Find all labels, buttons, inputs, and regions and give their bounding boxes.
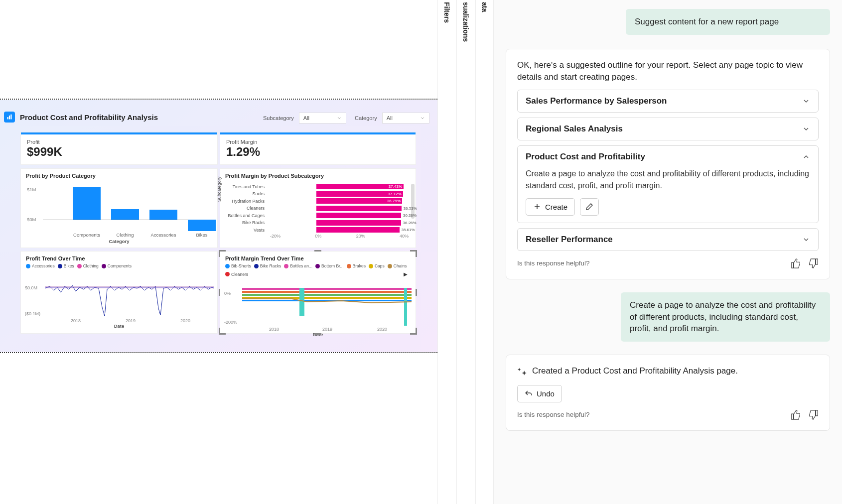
- pencil-icon: [585, 203, 593, 211]
- legend-item[interactable]: Clothing: [77, 263, 99, 268]
- zero-line: [43, 220, 212, 220]
- x-axis: -20% 0% 20% 40%: [270, 234, 409, 239]
- assistant-message: OK, here's a suggested outline for your …: [506, 49, 830, 279]
- resize-handle-bottom[interactable]: [314, 333, 321, 335]
- bar-clothing[interactable]: [111, 209, 139, 220]
- user-message: Suggest content for a new report page: [626, 9, 830, 35]
- y-tick: ($0.1M): [25, 311, 40, 316]
- legend-label: Bikes: [64, 263, 74, 268]
- undo-button[interactable]: Undo: [517, 385, 562, 402]
- y-axis-label: Subcategory: [217, 177, 222, 202]
- hbar-bar[interactable]: 37.43%: [316, 184, 404, 189]
- filter-subcategory: Subcategory All: [263, 113, 346, 124]
- resize-handle-left[interactable]: [219, 289, 220, 296]
- resize-handle-tl[interactable]: [219, 250, 226, 257]
- hbar-bar[interactable]: 35.61%: [316, 227, 399, 233]
- thumbs-down-icon[interactable]: [808, 258, 819, 269]
- filter-label: Category: [355, 115, 377, 121]
- chart-body: $0.0M ($0.1M) 2018 2019 2020 Date: [21, 270, 217, 325]
- thumbs-down-icon[interactable]: [808, 409, 819, 420]
- thumbs-up-icon[interactable]: [791, 258, 802, 269]
- feedback-label: Is this response helpful?: [517, 259, 590, 267]
- hbar-label: Socks: [225, 191, 268, 196]
- hbar-row[interactable]: Bottles and Cages36.36%: [225, 213, 268, 218]
- visualizations-pane-collapsed[interactable]: sualizations: [456, 0, 474, 504]
- x-tick: Accessories: [146, 232, 181, 238]
- chevron-down-icon: [802, 236, 810, 244]
- legend-dot: [58, 264, 62, 268]
- resize-handle-tr[interactable]: [410, 250, 417, 257]
- chart-body: Subcategory Tires and Tubes37.43%Socks37…: [220, 181, 416, 241]
- topic-sales-performance[interactable]: Sales Performance by Salesperson: [517, 90, 819, 113]
- thumbs-up-icon[interactable]: [791, 409, 802, 420]
- hbar-bar[interactable]: 36.36%: [316, 213, 401, 218]
- resize-handle-bl[interactable]: [219, 328, 226, 335]
- legend-item[interactable]: Bikes: [58, 263, 74, 268]
- hbar-row[interactable]: Hydration Packs36.79%: [225, 198, 268, 204]
- legend-item[interactable]: Accessories: [26, 263, 55, 268]
- chevron-down-icon: [802, 125, 810, 133]
- report-canvas: Product Cost and Profitability Analysis …: [0, 0, 437, 504]
- pane-label: sualizations: [462, 2, 470, 42]
- topic-description: Create a page to analyze the cost and pr…: [526, 168, 810, 191]
- bar-components[interactable]: [73, 187, 101, 220]
- x-tick: 2019: [126, 318, 136, 323]
- hbar-label: Tires and Tubes: [225, 184, 268, 189]
- hbar-value: 37.43%: [389, 184, 402, 189]
- selection-frame[interactable]: [220, 251, 416, 334]
- resize-handle-top[interactable]: [314, 250, 321, 252]
- undo-icon: [525, 389, 533, 397]
- chart-profit-by-category[interactable]: Profit by Product Category $1M $0M Compo…: [20, 168, 218, 248]
- topic-title: Sales Performance by Salesperson: [526, 96, 667, 106]
- chevron-down-icon: [420, 116, 425, 121]
- resize-handle-right[interactable]: [416, 289, 417, 296]
- kpi-label: Profit: [21, 134, 217, 145]
- filter-subcategory-select[interactable]: All: [299, 113, 346, 124]
- hbar-value: 37.12%: [388, 191, 401, 197]
- resize-handle-br[interactable]: [410, 328, 417, 335]
- topic-product-cost-profitability[interactable]: Product Cost and Profitability Create a …: [517, 145, 819, 223]
- x-axis-label: Category: [109, 239, 129, 244]
- filter-category-select[interactable]: All: [382, 113, 429, 124]
- topic-title: Product Cost and Profitability: [526, 152, 645, 162]
- legend: AccessoriesBikesClothingComponents: [21, 263, 217, 270]
- chevron-down-icon: [337, 116, 342, 121]
- hbar-row[interactable]: Bike Racks36.26%: [225, 220, 268, 226]
- hbar-bar[interactable]: 36.79%: [316, 198, 402, 204]
- chart-title: Profit Margin by Product Subcategory: [220, 169, 416, 181]
- hbar-row[interactable]: Cleaners36.53%: [225, 206, 268, 211]
- kpi-value: 1.29%: [220, 145, 416, 164]
- hbar-bar[interactable]: 36.26%: [316, 220, 401, 226]
- kpi-value: $999K: [21, 145, 217, 164]
- topic-title: Reseller Performance: [526, 235, 613, 245]
- chart-margin-by-subcategory[interactable]: Profit Margin by Product Subcategory Sub…: [220, 168, 416, 248]
- hbar-label: Bottles and Cages: [225, 213, 268, 218]
- data-pane-collapsed[interactable]: ata: [475, 0, 493, 504]
- legend-label: Accessories: [32, 263, 55, 268]
- kpi-margin-card[interactable]: Profit Margin 1.29%: [220, 132, 416, 165]
- bar-accessories[interactable]: [149, 210, 177, 220]
- filters-pane-collapsed[interactable]: Filters: [437, 0, 455, 504]
- chart-profit-trend[interactable]: Profit Trend Over Time AccessoriesBikesC…: [20, 251, 218, 334]
- bar-bikes[interactable]: [188, 220, 216, 231]
- edit-button[interactable]: [580, 198, 599, 216]
- hbar-bar[interactable]: 36.53%: [316, 206, 401, 211]
- create-button[interactable]: Create: [526, 198, 575, 216]
- kpi-profit-card[interactable]: Profit $999K: [20, 132, 218, 165]
- line-svg: [45, 272, 214, 318]
- feedback-label: Is this response helpful?: [517, 411, 590, 418]
- topic-reseller-performance[interactable]: Reseller Performance: [517, 228, 819, 251]
- legend-item[interactable]: Components: [102, 263, 132, 268]
- hbar-bar[interactable]: 37.12%: [316, 191, 403, 197]
- hbar-row[interactable]: Vests35.61%: [225, 227, 268, 233]
- topic-regional-sales[interactable]: Regional Sales Analysis: [517, 118, 819, 140]
- x-tick: 2020: [180, 318, 190, 323]
- hbar-row[interactable]: Tires and Tubes37.43%: [225, 184, 268, 189]
- legend-dot: [77, 264, 82, 268]
- legend-label: Components: [108, 263, 132, 268]
- legend-label: Clothing: [83, 263, 99, 268]
- chevron-up-icon: [802, 153, 810, 161]
- hbar-row[interactable]: Socks37.12%: [225, 191, 268, 197]
- x-tick: Bikes: [184, 232, 219, 238]
- chart-title: Profit Trend Over Time: [21, 252, 217, 263]
